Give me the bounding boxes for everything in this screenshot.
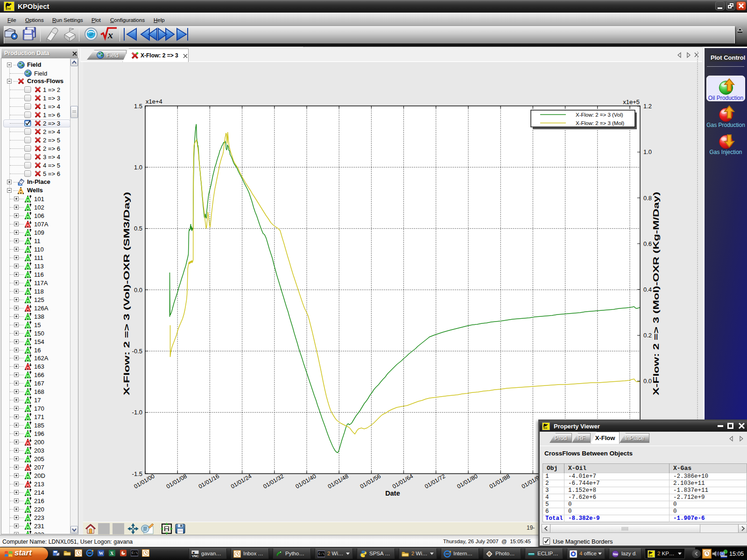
svg-text:0.5: 0.5	[134, 225, 142, 232]
svg-text:Eni: Eni	[6, 7, 11, 10]
svg-text:X-Flow: 2 => 3 (Vol)-OXR (SM3/: X-Flow: 2 => 3 (Vol)-OXR (SM3/Day)	[122, 192, 131, 395]
svg-text:X-Flow: 2 => 3 (Vol): X-Flow: 2 => 3 (Vol)	[576, 112, 623, 118]
svg-text:x1e+4: x1e+4	[146, 98, 162, 105]
svg-text:Nw: Nw	[613, 553, 618, 556]
svg-text:X: X	[110, 551, 114, 556]
svg-text:X-Flow: 2 => 3 (Mol)-OXR (Kg-M: X-Flow: 2 => 3 (Mol)-OXR (Kg-M/Day)	[652, 192, 660, 395]
svg-text:1.0: 1.0	[643, 148, 652, 155]
svg-text:-1.0: -1.0	[132, 409, 142, 416]
svg-text:1.2: 1.2	[643, 103, 652, 110]
svg-text:0.8: 0.8	[643, 195, 652, 202]
svg-text:0.6: 0.6	[643, 240, 652, 247]
svg-text:0.0: 0.0	[134, 287, 142, 294]
svg-text:1.0: 1.0	[134, 164, 142, 171]
svg-text:C:\: C:\	[132, 551, 138, 555]
svg-text:0.4: 0.4	[643, 286, 652, 293]
svg-text:0.0: 0.0	[643, 378, 652, 385]
svg-text:VNC: VNC	[192, 554, 199, 558]
svg-text:X-Flow: 2 => 3 (Mol): X-Flow: 2 => 3 (Mol)	[576, 120, 624, 126]
svg-text:-0.5: -0.5	[132, 348, 142, 355]
svg-text:W: W	[99, 551, 104, 556]
svg-text:Eni: Eni	[543, 427, 547, 429]
svg-text:x: x	[107, 29, 113, 41]
svg-text:-1.5: -1.5	[132, 470, 142, 477]
svg-text:1.5: 1.5	[134, 103, 142, 110]
svg-text:0.2: 0.2	[643, 332, 652, 339]
svg-text:x1e+5: x1e+5	[623, 98, 640, 105]
svg-text:Date: Date	[385, 490, 400, 497]
svg-text:C:\: C:\	[318, 552, 324, 556]
svg-text:Eni: Eni	[648, 554, 653, 557]
svg-text:▣: ▣	[192, 551, 195, 554]
